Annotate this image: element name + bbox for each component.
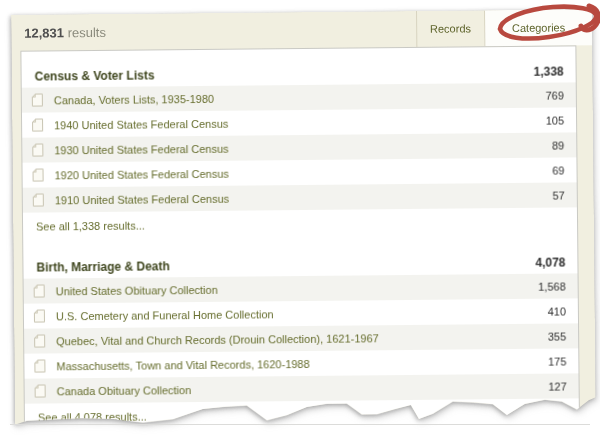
categories-list-box: Census & Voter Lists 1,338 Canada, Voter… [20,45,580,428]
category-total-count: 1,338 [534,64,564,78]
document-icon [34,359,45,372]
collection-count: 355 [548,330,566,342]
document-icon [32,93,43,106]
torn-screenshot: 12,831 results Records Categories Census… [0,0,600,441]
collection-link[interactable]: Quebec, Vital and Church Records (Drouin… [56,332,379,347]
collection-link[interactable]: U.S. Cemetery and Funeral Home Collectio… [56,308,274,322]
collection-link[interactable]: 1940 United States Federal Census [54,117,228,131]
collection-count: 69 [552,164,564,176]
document-icon [34,334,45,347]
collection-list: United States Obituary Collection 1,568 … [24,273,579,403]
category-section: Birth, Marriage & Death 4,078 United Sta… [23,251,579,433]
category-total-count: 4,078 [535,255,565,269]
document-icon [33,168,44,181]
collection-list: Canada, Voters Lists, 1935-1980 769 1940… [22,82,577,212]
collection-link[interactable]: Canada, Voters Lists, 1935-1980 [54,92,214,106]
search-results-panel: 12,831 results Records Categories Census… [11,9,596,428]
tab-records[interactable]: Records [416,10,484,47]
collection-count: 769 [545,89,563,101]
collection-link[interactable]: 1920 United States Federal Census [55,167,229,181]
category-title: Birth, Marriage & Death [36,259,169,274]
collection-count: 89 [552,139,564,151]
collection-count: 57 [552,189,564,201]
document-icon [34,284,45,297]
document-icon [33,193,44,206]
document-icon [32,118,43,131]
collection-count: 1,568 [538,280,566,292]
collection-link[interactable]: Massachusetts, Town and Vital Records, 1… [56,357,309,371]
page-divider [10,424,590,425]
results-topbar: 12,831 results Records Categories [11,9,592,51]
collection-link[interactable]: Canada Obituary Collection [57,384,192,397]
view-tabs: Records Categories [416,9,593,47]
results-count: 12,831 [24,25,64,40]
category-sections: Census & Voter Lists 1,338 Canada, Voter… [22,60,580,433]
collection-link[interactable]: 1910 United States Federal Census [55,192,229,206]
results-summary: 12,831 results [24,14,106,52]
paper-shadow: 12,831 results Records Categories Census… [0,0,600,441]
collection-count: 410 [547,305,565,317]
document-icon [35,384,46,397]
document-icon [34,309,45,322]
document-icon [32,143,43,156]
results-label: results [68,25,106,40]
collection-count: 105 [546,114,564,126]
see-all-link[interactable]: See all 1,338 results... [23,207,577,242]
tab-categories[interactable]: Categories [484,9,593,46]
see-all-link[interactable]: See all 4,078 results... [25,398,579,433]
category-section: Census & Voter Lists 1,338 Canada, Voter… [22,60,578,242]
collection-count: 175 [548,355,566,367]
collection-link[interactable]: United States Obituary Collection [56,283,218,297]
collection-link[interactable]: 1930 United States Federal Census [54,142,228,156]
category-title: Census & Voter Lists [35,68,155,83]
collection-count: 127 [548,380,566,392]
